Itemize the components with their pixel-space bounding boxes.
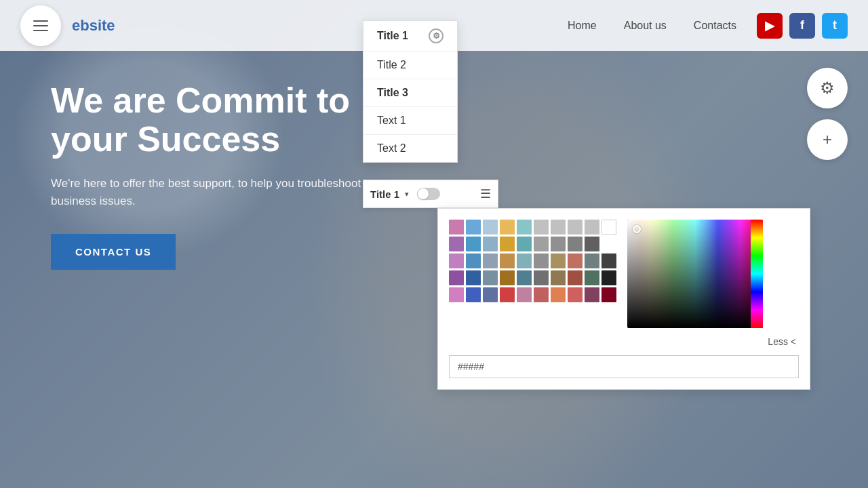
gradient-black-overlay bbox=[627, 220, 763, 328]
toolbar-title-label: Title 1 bbox=[370, 188, 399, 200]
dropdown-item-title1[interactable]: Title 1 ⚙ bbox=[363, 21, 457, 52]
swatch-color-31[interactable] bbox=[466, 270, 481, 285]
swatch-color-20[interactable] bbox=[449, 253, 464, 268]
swatch-color-22[interactable] bbox=[483, 253, 498, 268]
swatch-color-26[interactable] bbox=[551, 253, 566, 268]
swatch-color-37[interactable] bbox=[568, 270, 583, 285]
hamburger-button[interactable] bbox=[20, 5, 61, 46]
swatch-color-11[interactable] bbox=[466, 237, 481, 251]
swatch-color-3[interactable] bbox=[500, 220, 515, 235]
swatch-color-45[interactable] bbox=[534, 287, 549, 302]
text-toolbar: Title 1 ▾ ☰ bbox=[363, 180, 498, 208]
swatch-color-19[interactable] bbox=[601, 237, 616, 251]
dropdown-settings-icon[interactable]: ⚙ bbox=[429, 28, 443, 43]
plus-icon: + bbox=[823, 130, 832, 149]
youtube-icon[interactable]: ▶ bbox=[757, 13, 783, 39]
swatch-color-35[interactable] bbox=[534, 270, 549, 285]
hex-input[interactable] bbox=[449, 355, 799, 378]
hero-title: We are Commit to your Success bbox=[51, 81, 390, 159]
swatch-color-2[interactable] bbox=[483, 220, 498, 235]
nav-home[interactable]: Home bbox=[568, 20, 597, 32]
swatch-color-42[interactable] bbox=[483, 287, 498, 302]
swatch-color-39[interactable] bbox=[601, 270, 616, 285]
hue-bar[interactable] bbox=[751, 220, 763, 328]
swatch-color-5[interactable] bbox=[534, 220, 549, 235]
swatch-color-1[interactable] bbox=[466, 220, 481, 235]
dropdown-menu: Title 1 ⚙ Title 2 Title 3 Text 1 Text 2 bbox=[363, 20, 458, 163]
swatch-color-23[interactable] bbox=[500, 253, 515, 268]
dropdown-item-text1[interactable]: Text 1 bbox=[363, 107, 457, 135]
nav-about[interactable]: About us bbox=[624, 20, 667, 32]
swatches-grid bbox=[449, 220, 616, 302]
swatch-color-4[interactable] bbox=[517, 220, 532, 235]
swatch-color-38[interactable] bbox=[585, 270, 599, 285]
hero-subtitle: We're here to offer the best support, to… bbox=[51, 175, 390, 209]
swatch-color-43[interactable] bbox=[500, 287, 515, 302]
swatch-color-25[interactable] bbox=[534, 253, 549, 268]
gear-icon: ⚙ bbox=[820, 79, 835, 98]
swatch-color-17[interactable] bbox=[568, 237, 583, 251]
swatch-color-10[interactable] bbox=[449, 237, 464, 251]
main-nav: Home About us Contacts bbox=[568, 20, 736, 32]
gradient-picker[interactable] bbox=[627, 220, 763, 328]
dropdown-label-title3: Title 3 bbox=[377, 87, 408, 99]
settings-button[interactable]: ⚙ bbox=[807, 68, 848, 108]
swatch-color-12[interactable] bbox=[483, 237, 498, 251]
swatch-color-29[interactable] bbox=[601, 253, 616, 268]
toolbar-caret-icon[interactable]: ▾ bbox=[405, 190, 409, 199]
swatches-container bbox=[449, 220, 616, 302]
swatch-white[interactable] bbox=[601, 220, 616, 235]
swatch-color-41[interactable] bbox=[466, 287, 481, 302]
swatch-color-13[interactable] bbox=[500, 237, 515, 251]
swatch-color-7[interactable] bbox=[568, 220, 583, 235]
right-action-buttons: ⚙ + bbox=[807, 68, 848, 160]
swatch-color-49[interactable] bbox=[601, 287, 616, 302]
dropdown-item-title3[interactable]: Title 3 bbox=[363, 79, 457, 107]
swatch-color-47[interactable] bbox=[568, 287, 583, 302]
dropdown-label-text1: Text 1 bbox=[377, 115, 406, 127]
swatch-color-28[interactable] bbox=[585, 253, 599, 268]
nav-contacts[interactable]: Contacts bbox=[694, 20, 736, 32]
swatch-color-48[interactable] bbox=[585, 287, 599, 302]
swatch-color-14[interactable] bbox=[517, 237, 532, 251]
swatch-color-40[interactable] bbox=[449, 287, 464, 302]
dropdown-item-title2[interactable]: Title 2 bbox=[363, 52, 457, 79]
social-icons: ▶ f t bbox=[757, 13, 848, 39]
toggle-knob bbox=[418, 188, 429, 199]
swatch-color-27[interactable] bbox=[568, 253, 583, 268]
swatch-color-32[interactable] bbox=[483, 270, 498, 285]
less-button[interactable]: Less < bbox=[449, 336, 799, 347]
hamburger-line-3 bbox=[33, 30, 48, 31]
swatch-color-30[interactable] bbox=[449, 270, 464, 285]
gear-small-icon: ⚙ bbox=[433, 31, 440, 41]
swatch-color-46[interactable] bbox=[551, 287, 566, 302]
color-picker-row bbox=[449, 220, 799, 328]
swatch-color-16[interactable] bbox=[551, 237, 566, 251]
swatch-color-18[interactable] bbox=[585, 237, 599, 251]
swatch-color-44[interactable] bbox=[517, 287, 532, 302]
swatch-color-21[interactable] bbox=[466, 253, 481, 268]
color-picker-panel: Less < bbox=[437, 208, 810, 390]
add-button[interactable]: + bbox=[807, 119, 848, 160]
dropdown-item-text2[interactable]: Text 2 bbox=[363, 135, 457, 162]
dropdown-label-title1: Title 1 bbox=[377, 30, 408, 42]
twitter-icon[interactable]: t bbox=[822, 13, 848, 39]
site-title: ebsite bbox=[72, 17, 568, 35]
hamburger-line-1 bbox=[33, 20, 48, 22]
facebook-icon[interactable]: f bbox=[789, 13, 815, 39]
hamburger-line-2 bbox=[33, 25, 48, 26]
contact-us-button[interactable]: CONTACT US bbox=[51, 234, 176, 270]
dropdown-label-title2: Title 2 bbox=[377, 59, 406, 71]
swatch-color-34[interactable] bbox=[517, 270, 532, 285]
hero-content: We are Commit to your Success We're here… bbox=[51, 81, 390, 270]
swatch-color-0[interactable] bbox=[449, 220, 464, 235]
swatch-color-8[interactable] bbox=[585, 220, 599, 235]
swatch-color-24[interactable] bbox=[517, 253, 532, 268]
swatch-color-15[interactable] bbox=[534, 237, 549, 251]
swatch-color-36[interactable] bbox=[551, 270, 566, 285]
swatch-color-6[interactable] bbox=[551, 220, 566, 235]
dropdown-label-text2: Text 2 bbox=[377, 142, 406, 155]
align-icon[interactable]: ☰ bbox=[480, 186, 491, 201]
swatch-color-33[interactable] bbox=[500, 270, 515, 285]
toolbar-toggle[interactable] bbox=[417, 188, 440, 200]
